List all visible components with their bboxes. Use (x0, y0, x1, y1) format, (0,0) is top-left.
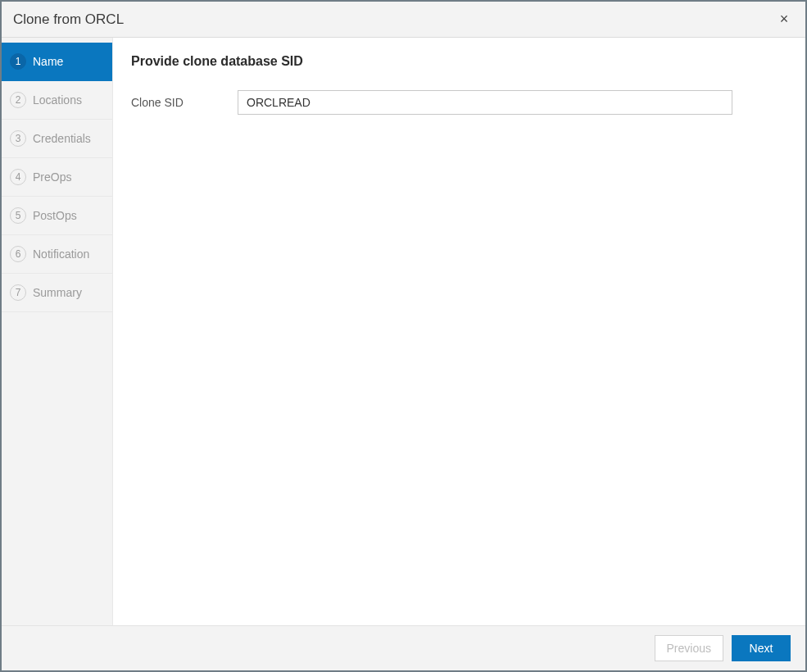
step-label: Notification (33, 247, 89, 261)
clone-dialog: Clone from ORCL × 1 Name 2 Locations 3 C… (0, 0, 807, 672)
step-notification[interactable]: 6 Notification (2, 235, 112, 274)
step-label: Locations (33, 93, 82, 107)
titlebar: Clone from ORCL × (2, 2, 805, 38)
step-label: PostOps (33, 209, 77, 222)
clone-sid-label: Clone SID (131, 96, 238, 109)
step-label: Name (33, 55, 63, 68)
wizard-content: Provide clone database SID Clone SID (113, 38, 805, 625)
step-credentials[interactable]: 3 Credentials (2, 120, 112, 158)
step-number: 6 (10, 246, 26, 262)
step-preops[interactable]: 4 PreOps (2, 158, 112, 197)
close-icon[interactable]: × (774, 10, 794, 30)
step-label: Summary (33, 286, 82, 299)
step-label: Credentials (33, 132, 91, 145)
step-number: 7 (10, 284, 26, 301)
wizard-sidebar: 1 Name 2 Locations 3 Credentials 4 PreOp… (2, 38, 113, 625)
step-number: 5 (10, 207, 26, 224)
dialog-footer: Previous Next (2, 626, 805, 670)
dialog-body: 1 Name 2 Locations 3 Credentials 4 PreOp… (2, 38, 805, 626)
step-number: 3 (10, 130, 26, 147)
step-locations[interactable]: 2 Locations (2, 81, 112, 120)
previous-button: Previous (655, 635, 723, 661)
step-number: 2 (10, 92, 26, 108)
step-postops[interactable]: 5 PostOps (2, 197, 112, 235)
step-name[interactable]: 1 Name (2, 43, 112, 81)
step-summary[interactable]: 7 Summary (2, 274, 112, 312)
step-label: PreOps (33, 170, 71, 184)
content-heading: Provide clone database SID (131, 54, 787, 69)
step-number: 4 (10, 169, 26, 185)
clone-sid-row: Clone SID (131, 90, 787, 115)
dialog-title: Clone from ORCL (13, 11, 124, 28)
clone-sid-input[interactable] (238, 90, 732, 115)
step-number: 1 (10, 53, 26, 70)
next-button[interactable]: Next (732, 635, 791, 661)
